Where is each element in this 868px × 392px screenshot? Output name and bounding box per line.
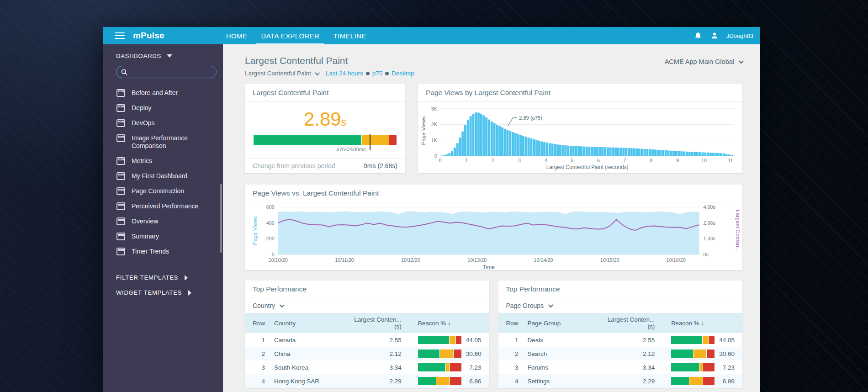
histogram-bar (501, 127, 503, 156)
user-avatar-icon[interactable] (710, 31, 719, 40)
gauge-segment-2 (389, 135, 397, 145)
histogram-bar (598, 147, 601, 156)
table-cell (667, 333, 715, 347)
p75-annotation-line (508, 118, 517, 126)
timeseries-chart[interactable]: 02004006000s1.33s2.66s4.00s10/10/2010/11… (245, 202, 742, 271)
column-header[interactable]: Beacon % ↓ (667, 313, 742, 333)
table-cell: Settings (523, 374, 598, 388)
filter-link-last-24-hours[interactable]: Last 24 hours (326, 70, 363, 77)
table-row[interactable]: 4Settings2.296.86 (498, 374, 743, 388)
sidebar-item-label: My First Dashboard (132, 172, 187, 180)
table-cell: 1 (245, 333, 270, 347)
sidebar-item-overview[interactable]: Overview (103, 214, 223, 229)
sidebar-section-label: FILTER TEMPLATES (116, 274, 178, 281)
template-sections: FILTER TEMPLATESWIDGET TEMPLATES (103, 270, 223, 300)
x-tick-label: 9 (676, 158, 679, 163)
histogram-bar (702, 152, 704, 156)
left-tick-label: 0 (272, 252, 275, 257)
hamburger-menu-icon[interactable] (115, 27, 125, 44)
chevron-down-icon (167, 54, 172, 58)
sidebar-item-metrics[interactable]: Metrics (103, 154, 223, 169)
sidebar-item-image-performance-comparison[interactable]: Image Performance Comparison (103, 131, 223, 154)
beacon-distribution-bar (671, 350, 715, 358)
histogram-bar (575, 146, 577, 156)
topbar: mPulse HOMEDATA EXPLORERTIMELINE JDough8… (103, 27, 760, 44)
column-header[interactable]: Beacon % ↓ (413, 313, 489, 333)
table-row[interactable]: 1Canada2.5544.05 (245, 333, 489, 347)
histogram-bar (720, 153, 722, 156)
sidebar-item-deploy[interactable]: Deploy (103, 101, 223, 116)
histogram-bar (723, 154, 725, 156)
sidebar-item-my-first-dashboard[interactable]: My First Dashboard (103, 169, 223, 184)
histogram-bar (691, 152, 693, 156)
top-performance-table: RowPage GroupLargest Conten... (s)Beacon… (498, 313, 743, 388)
gauge-segment-0 (254, 135, 361, 145)
table-cell: 2.12 (598, 347, 667, 360)
histogram-bar (641, 149, 643, 156)
histogram-bar (446, 154, 448, 156)
nav-item-timeline[interactable]: TIMELINE (326, 27, 373, 44)
beacon-distribution-bar (671, 377, 715, 385)
sidebar-section-filter-templates[interactable]: FILTER TEMPLATES (103, 270, 223, 285)
sidebar-item-devops[interactable]: DevOps (103, 116, 223, 131)
widget-title: Page Views vs. Largest Contentful Paint (245, 185, 742, 202)
table-row[interactable]: 2Search2.1230.60 (498, 347, 743, 360)
nav-item-home[interactable]: HOME (219, 27, 254, 44)
sidebar-item-label: Overview (132, 217, 158, 225)
search-input[interactable] (131, 69, 212, 75)
histogram-chart[interactable]: 01K2K3K01234567891011Largest Contentful … (418, 102, 742, 173)
change-value: -9ms (2.68s) (361, 162, 397, 170)
dimension-dropdown[interactable]: Country (245, 298, 489, 313)
sidebar-item-label: Perceived Performance (132, 202, 198, 210)
sidebar-item-timer-trends[interactable]: Timer Trends (103, 244, 223, 259)
table-row[interactable]: 2China2.1230.60 (245, 347, 489, 360)
sidebar-item-summary[interactable]: Summary (103, 229, 223, 244)
metric-dropdown[interactable]: Largest Contentful Paint (245, 70, 318, 77)
username-label[interactable]: JDough83 (726, 32, 753, 39)
right-tick-label: 2.66s (704, 220, 716, 226)
dimension-dropdown[interactable]: Page Groups (498, 298, 743, 313)
content-header: Largest Contentful Paint Largest Content… (245, 55, 742, 77)
dashboard-icon (116, 119, 125, 127)
sidebar-item-label: Metrics (132, 157, 152, 165)
x-axis-title: Time (483, 264, 495, 270)
dashboard-icon (116, 217, 125, 225)
filter-link-desktop[interactable]: Desktop (392, 70, 414, 77)
dashboards-section-toggle[interactable]: DASHBOARDS (103, 53, 223, 66)
dashboard-search-box[interactable] (116, 66, 217, 78)
bar-segment-1 (699, 363, 703, 371)
sidebar-item-perceived-performance[interactable]: Perceived Performance (103, 199, 223, 214)
x-tick-label: 10/10/20 (269, 257, 288, 263)
sidebar-item-page-construction[interactable]: Page Construction (103, 184, 223, 199)
bar-segment-2 (450, 377, 461, 385)
histogram-bar (638, 148, 640, 156)
widget-title: Top Performance (245, 281, 489, 298)
app-selector-dropdown[interactable]: ACME App Main Global (665, 55, 742, 65)
table-row[interactable]: 4Hong Kong SAR2.296.86 (245, 374, 489, 388)
dot-separator (366, 72, 370, 75)
table-cell: 3 (498, 360, 523, 374)
table-cell (667, 347, 715, 360)
table-cell: Deals (523, 333, 598, 347)
table-row[interactable]: 3South Korea3.347.23 (245, 360, 489, 374)
histogram-bar (675, 151, 677, 156)
sidebar-scrollbar[interactable] (220, 184, 222, 253)
table-row[interactable]: 3Forums3.347.23 (498, 360, 743, 374)
table-cell: 30.60 (461, 347, 489, 360)
sidebar-section-widget-templates[interactable]: WIDGET TEMPLATES (103, 285, 223, 300)
histogram-bar (504, 129, 506, 156)
dashboard-icon (116, 89, 125, 97)
filter-link-p75[interactable]: p75 (372, 70, 383, 77)
histogram-bar (628, 148, 630, 156)
nav-item-data-explorer[interactable]: DATA EXPLORER (254, 27, 326, 44)
histogram-bar (485, 117, 487, 156)
gauge-segment-1 (362, 135, 389, 145)
beacon-distribution-bar (418, 377, 461, 385)
table-row[interactable]: 1Deals2.5544.05 (498, 333, 743, 347)
pageviews-vs-lcp-widget: Page Views vs. Largest Contentful Paint … (245, 185, 742, 270)
histogram-bar (715, 153, 717, 156)
histogram-bar (725, 154, 727, 156)
sidebar-item-before-and-after[interactable]: Before and After (103, 85, 223, 101)
bar-segment-0 (418, 363, 445, 371)
notifications-bell-icon[interactable] (693, 31, 703, 40)
